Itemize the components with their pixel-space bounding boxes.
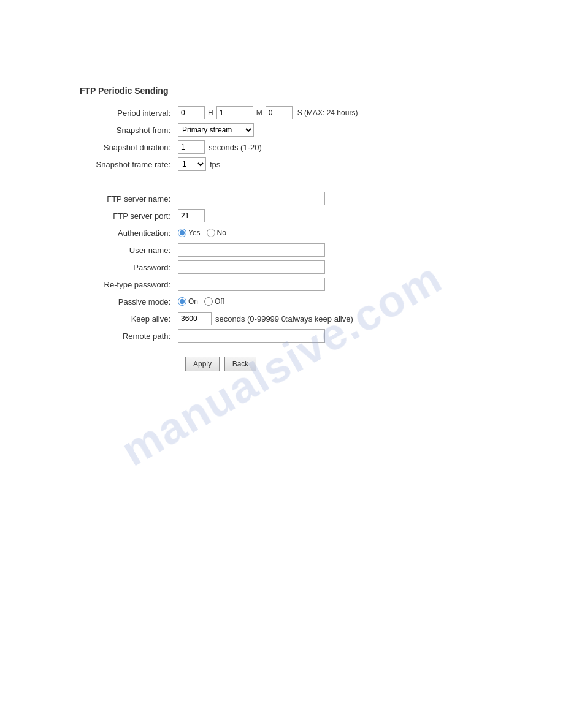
- passive-mode-label: Passive mode:: [80, 293, 178, 310]
- period-interval-label: Period interval:: [80, 104, 178, 121]
- snapshot-duration-suffix: seconds (1-20): [209, 143, 262, 152]
- auth-yes-radio[interactable]: [178, 229, 186, 237]
- retype-password-field: [178, 276, 358, 293]
- passive-off-text: Off: [215, 297, 224, 306]
- snapshot-duration-row: Snapshot duration: seconds (1-20): [80, 138, 358, 156]
- spacer-row: [80, 173, 358, 190]
- keep-alive-input[interactable]: [178, 312, 212, 325]
- snapshot-duration-input[interactable]: [178, 140, 205, 154]
- period-interval-row: Period interval: H M S (MAX: 24 hours): [80, 104, 358, 121]
- password-label: Password:: [80, 259, 178, 276]
- snapshot-duration-label: Snapshot duration:: [80, 138, 178, 156]
- auth-no-text: No: [217, 229, 226, 237]
- snapshot-fps-select[interactable]: 1 2 5: [178, 157, 206, 171]
- ftp-form: Period interval: H M S (MAX: 24 hours) S…: [80, 104, 358, 344]
- period-m-unit: M: [256, 108, 262, 117]
- password-row: Password:: [80, 259, 358, 276]
- apply-button[interactable]: Apply: [185, 357, 220, 371]
- user-name-row: User name:: [80, 241, 358, 259]
- snapshot-from-label: Snapshot from:: [80, 121, 178, 138]
- passive-on-label[interactable]: On: [178, 297, 198, 306]
- keep-alive-suffix: seconds (0-99999 0:always keep alive): [215, 314, 353, 324]
- snapshot-fps-row: Snapshot frame rate: 1 2 5 fps: [80, 156, 358, 173]
- ftp-server-port-row: FTP server port:: [80, 207, 358, 224]
- authentication-row: Authentication: Yes No: [80, 224, 358, 241]
- auth-no-radio[interactable]: [207, 229, 215, 237]
- ftp-server-port-label: FTP server port:: [80, 207, 178, 224]
- retype-password-label: Re-type password:: [80, 276, 178, 293]
- buttons-row: Apply Back: [185, 357, 563, 371]
- password-input[interactable]: [178, 260, 325, 274]
- remote-path-input[interactable]: [178, 329, 325, 343]
- authentication-label: Authentication:: [80, 224, 178, 241]
- auth-yes-text: Yes: [188, 229, 201, 237]
- passive-mode-row: Passive mode: On Off: [80, 293, 358, 310]
- remote-path-row: Remote path:: [80, 327, 358, 344]
- retype-password-input[interactable]: [178, 278, 325, 291]
- period-h-unit: H: [208, 108, 213, 117]
- ftp-server-name-label: FTP server name:: [80, 190, 178, 207]
- ftp-server-port-input[interactable]: [178, 209, 205, 222]
- keep-alive-field: seconds (0-99999 0:always keep alive): [178, 310, 358, 327]
- snapshot-from-row: Snapshot from: Primary stream Secondary …: [80, 121, 358, 138]
- period-s-input[interactable]: [266, 106, 293, 119]
- snapshot-fps-suffix: fps: [210, 160, 220, 169]
- passive-mode-field: On Off: [178, 293, 358, 310]
- ftp-server-name-field: [178, 190, 358, 207]
- passive-off-label[interactable]: Off: [204, 297, 224, 306]
- user-name-field: [178, 241, 358, 259]
- authentication-field: Yes No: [178, 224, 358, 241]
- snapshot-from-select[interactable]: Primary stream Secondary stream: [178, 123, 254, 137]
- user-name-label: User name:: [80, 241, 178, 259]
- back-button[interactable]: Back: [224, 357, 257, 371]
- ftp-server-name-input[interactable]: [178, 192, 325, 205]
- snapshot-fps-field: 1 2 5 fps: [178, 156, 358, 173]
- snapshot-fps-label: Snapshot frame rate:: [80, 156, 178, 173]
- snapshot-from-field: Primary stream Secondary stream: [178, 121, 358, 138]
- passive-on-text: On: [188, 297, 198, 306]
- remote-path-label: Remote path:: [80, 327, 178, 344]
- user-name-input[interactable]: [178, 243, 325, 257]
- period-interval-field: H M S (MAX: 24 hours): [178, 104, 358, 121]
- passive-on-radio[interactable]: [178, 297, 186, 306]
- snapshot-duration-field: seconds (1-20): [178, 138, 358, 156]
- period-m-input[interactable]: [216, 106, 253, 119]
- passive-off-radio[interactable]: [204, 297, 213, 306]
- ftp-server-name-row: FTP server name:: [80, 190, 358, 207]
- keep-alive-label: Keep alive:: [80, 310, 178, 327]
- password-field: [178, 259, 358, 276]
- auth-yes-label[interactable]: Yes: [178, 229, 201, 237]
- keep-alive-row: Keep alive: seconds (0-99999 0:always ke…: [80, 310, 358, 327]
- section-title: FTP Periodic Sending: [80, 86, 563, 96]
- period-suffix: S (MAX: 24 hours): [297, 108, 358, 117]
- period-h-input[interactable]: [178, 106, 205, 119]
- remote-path-field: [178, 327, 358, 344]
- ftp-server-port-field: [178, 207, 358, 224]
- retype-password-row: Re-type password:: [80, 276, 358, 293]
- auth-no-label[interactable]: No: [207, 229, 226, 237]
